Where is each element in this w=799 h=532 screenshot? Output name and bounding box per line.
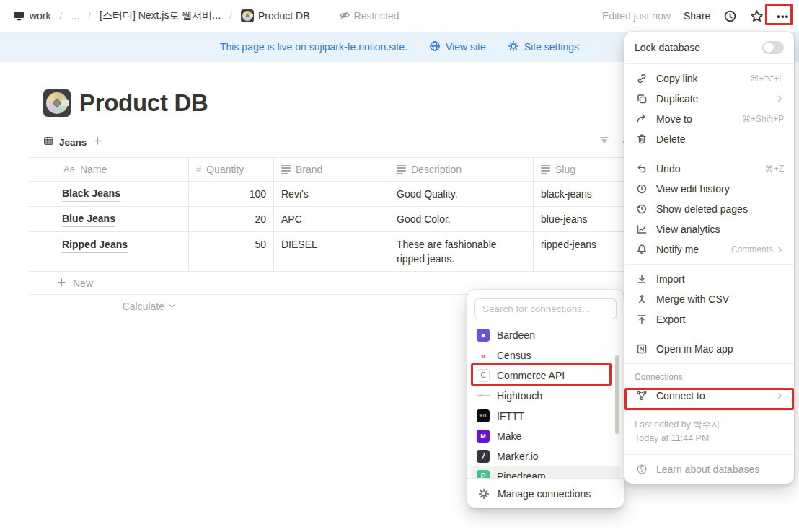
breadcrumb-separator: / bbox=[229, 10, 232, 22]
table-row: Black Jeans 100 Revi's Good Quality. bla… bbox=[29, 182, 624, 207]
menu-divider bbox=[624, 363, 794, 364]
cell-description[interactable]: Good Color. bbox=[389, 207, 534, 231]
menu-item-copy-link[interactable]: Copy link ⌘+⌥+L bbox=[624, 68, 794, 89]
cell-name[interactable]: Blue Jeans bbox=[29, 207, 189, 231]
menu-divider bbox=[624, 334, 794, 334]
cell-name[interactable]: Black Jeans bbox=[29, 182, 189, 206]
topbar-actions: Edited just now Share ••• bbox=[602, 9, 789, 23]
cell-slug[interactable]: blue-jeans bbox=[534, 207, 624, 231]
analytics-chart-icon bbox=[635, 223, 649, 235]
gear-icon bbox=[508, 40, 519, 54]
menu-item-show-deleted-pages[interactable]: Show deleted pages bbox=[624, 199, 794, 219]
share-button[interactable]: Share bbox=[684, 10, 710, 22]
connect-nodes-icon bbox=[635, 390, 649, 402]
connection-item-marker-io[interactable]: / Marker.io bbox=[471, 446, 620, 466]
breadcrumb-separator: / bbox=[88, 10, 91, 22]
cell-name[interactable]: Ripped Jeans bbox=[29, 232, 189, 271]
column-header-slug[interactable]: Slug bbox=[534, 158, 624, 181]
menu-item-lock-database[interactable]: Lock database bbox=[624, 36, 794, 59]
cell-quantity[interactable]: 20 bbox=[189, 207, 274, 231]
view-site-button[interactable]: View site bbox=[429, 40, 486, 54]
menu-item-view-analytics[interactable]: View analytics bbox=[624, 219, 794, 239]
cell-slug[interactable]: black-jeans bbox=[534, 182, 624, 206]
table-header-row: Aa Name # Quantity Brand Description Slu… bbox=[29, 158, 624, 182]
calculate-button[interactable]: Calculate bbox=[29, 295, 189, 318]
manage-connections-button[interactable]: Manage connections bbox=[467, 478, 624, 508]
column-header-name[interactable]: Aa Name bbox=[29, 158, 189, 181]
table-row: Ripped Jeans 50 DIESEL These are fashion… bbox=[29, 232, 624, 272]
last-edited-time: Today at 11:44 PM bbox=[635, 432, 784, 445]
cell-quantity[interactable]: 50 bbox=[189, 232, 274, 271]
cell-description[interactable]: These are fashionable ripped jeans. bbox=[389, 232, 534, 271]
breadcrumb-workspace[interactable]: work bbox=[10, 9, 54, 23]
page-title[interactable]: Product DB bbox=[79, 89, 208, 117]
cell-slug[interactable]: ripped-jeans bbox=[534, 232, 624, 271]
menu-item-notify-me[interactable]: Notify me Comments bbox=[624, 239, 794, 260]
column-header-description[interactable]: Description bbox=[389, 158, 534, 181]
clock-icon bbox=[635, 183, 649, 195]
chevron-right-icon bbox=[776, 246, 784, 254]
connection-item-census[interactable]: » Census bbox=[471, 345, 620, 365]
menu-item-learn-about-databases[interactable]: Learn about databases bbox=[624, 459, 794, 479]
menu-item-duplicate[interactable]: Duplicate bbox=[624, 89, 794, 109]
menu-item-view-edit-history[interactable]: View edit history bbox=[624, 179, 794, 199]
menu-item-undo[interactable]: Undo ⌘+Z bbox=[624, 159, 794, 179]
breadcrumb-current-page[interactable]: Product DB bbox=[238, 8, 313, 24]
menu-item-connect-to[interactable]: Connect to bbox=[624, 386, 794, 406]
move-to-arrow-icon bbox=[635, 113, 649, 125]
breadcrumb-ellipsis[interactable]: ... bbox=[68, 9, 82, 23]
last-edited-by: Last edited by 박수지 bbox=[635, 418, 784, 432]
connections-search-input[interactable] bbox=[474, 298, 617, 319]
merge-icon bbox=[635, 293, 649, 305]
text-property-icon bbox=[281, 164, 291, 176]
cell-quantity[interactable]: 100 bbox=[189, 182, 274, 206]
cell-brand[interactable]: DIESEL bbox=[274, 232, 389, 271]
bell-icon bbox=[635, 244, 649, 255]
commerce-api-icon: C bbox=[477, 369, 490, 382]
menu-item-move-to[interactable]: Move to ⌘+Shift+P bbox=[624, 109, 794, 129]
menu-item-export[interactable]: Export bbox=[624, 309, 794, 329]
column-header-quantity[interactable]: # Quantity bbox=[189, 158, 274, 181]
menu-divider bbox=[624, 63, 794, 64]
view-tab-jeans[interactable]: Jeans bbox=[43, 136, 87, 148]
restricted-badge[interactable]: Restricted bbox=[339, 9, 400, 23]
updates-clock-icon[interactable] bbox=[723, 9, 737, 23]
connection-item-pipedream[interactable]: P Pipedream bbox=[471, 466, 620, 478]
popup-scrollbar[interactable] bbox=[615, 355, 619, 434]
connection-item-make[interactable]: M Make bbox=[471, 426, 620, 446]
undo-icon bbox=[635, 163, 649, 174]
more-options-button[interactable]: ••• bbox=[777, 11, 789, 22]
lock-database-toggle[interactable] bbox=[762, 41, 784, 54]
page-header: Product DB bbox=[43, 89, 624, 117]
connection-item-hightouch[interactable]: hightouch Hightouch bbox=[471, 386, 620, 406]
cell-brand[interactable]: APC bbox=[274, 207, 389, 231]
table-row: Blue Jeans 20 APC Good Color. blue-jeans bbox=[29, 207, 624, 232]
page-cd-icon[interactable] bbox=[43, 89, 71, 117]
menu-item-delete[interactable]: Delete bbox=[624, 129, 794, 149]
connection-item-commerce-api[interactable]: C Commerce API bbox=[471, 365, 620, 386]
notion-logo-icon bbox=[635, 343, 649, 355]
menu-item-merge-with-csv[interactable]: Merge with CSV bbox=[624, 289, 794, 309]
filter-icon[interactable] bbox=[599, 134, 610, 148]
cell-brand[interactable]: Revi's bbox=[274, 182, 389, 206]
topbar: work / ... / [스터디] Next.js로 웹서비... / Pro… bbox=[0, 0, 799, 32]
breadcrumb-parent-page[interactable]: [스터디] Next.js로 웹서비... bbox=[97, 8, 224, 24]
make-icon: M bbox=[477, 430, 490, 443]
globe-icon bbox=[429, 40, 441, 54]
favorite-star-icon[interactable] bbox=[750, 9, 764, 23]
menu-item-import[interactable]: Import bbox=[624, 269, 794, 289]
column-header-brand[interactable]: Brand bbox=[274, 158, 389, 181]
site-settings-button[interactable]: Site settings bbox=[508, 40, 579, 54]
marker-io-icon: / bbox=[477, 450, 490, 463]
text-property-icon bbox=[397, 164, 406, 176]
connection-item-ifttt[interactable]: IFTT IFTTT bbox=[471, 406, 620, 426]
census-icon: » bbox=[477, 349, 490, 362]
cell-description[interactable]: Good Quality. bbox=[389, 182, 534, 206]
table-view-icon bbox=[43, 136, 54, 148]
add-view-button[interactable] bbox=[92, 136, 103, 148]
number-property-icon: # bbox=[196, 162, 201, 177]
monitor-icon bbox=[13, 10, 25, 22]
connection-item-bardeen[interactable]: ● Bardeen bbox=[471, 325, 620, 345]
menu-item-open-in-mac-app[interactable]: Open in Mac app bbox=[624, 339, 794, 359]
edited-status: Edited just now bbox=[602, 10, 671, 22]
